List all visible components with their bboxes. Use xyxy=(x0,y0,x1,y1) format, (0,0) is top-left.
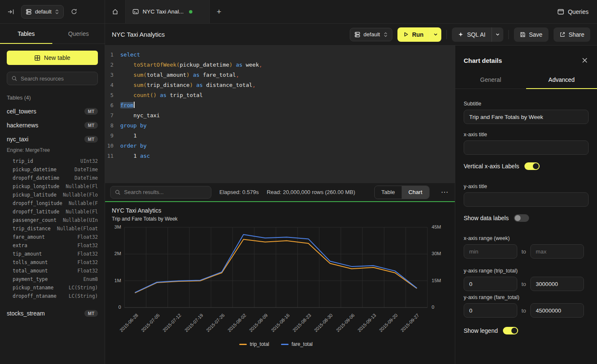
table-row-nyc-taxi[interactable]: nyc_taxi MT xyxy=(0,132,105,146)
new-table-button[interactable]: New table xyxy=(7,51,98,65)
line-number: 9 xyxy=(105,131,120,141)
column-type: Nullable(Float xyxy=(57,226,98,232)
column-row: pickup_ntanameLC(String) xyxy=(0,283,105,292)
collapse-sidebar-button[interactable] xyxy=(5,6,17,18)
column-type: Nullable(F xyxy=(69,200,98,206)
sidebar-tab-queries[interactable]: Queries xyxy=(52,24,105,43)
legend-item[interactable]: trip_total xyxy=(239,341,269,347)
resource-search-input[interactable] xyxy=(21,75,93,82)
share-button[interactable]: Share xyxy=(554,27,590,42)
panel-title: Chart details xyxy=(464,57,502,64)
x-range-min-input[interactable] xyxy=(464,244,517,259)
sql-line: 10order by xyxy=(105,141,455,151)
line-number: 11 xyxy=(105,151,120,161)
column-name: pickup_ntaname xyxy=(13,285,54,291)
engine-label: Engine: MergeTree xyxy=(0,146,105,157)
save-button[interactable]: Save xyxy=(514,27,548,42)
collapse-sidebar-icon xyxy=(8,8,14,15)
tab-title: NYC Taxi Anal... xyxy=(143,8,184,15)
sql-ai-label: SQL AI xyxy=(467,31,486,38)
sql-line: 7 nyc_taxi xyxy=(105,111,455,121)
column-type: Nullable(Fl xyxy=(66,209,98,215)
chart-view-button[interactable]: Chart xyxy=(402,186,429,199)
close-icon xyxy=(582,57,588,63)
close-panel-button[interactable] xyxy=(581,57,589,64)
panel-tab-general[interactable]: General xyxy=(455,71,526,89)
panel-tab-advanced[interactable]: Advanced xyxy=(526,71,597,89)
share-button-label: Share xyxy=(569,31,584,38)
results-search xyxy=(110,186,211,199)
database-icon xyxy=(26,9,32,15)
sql-ai-options-button[interactable] xyxy=(492,27,503,42)
column-row: trip_distanceNullable(Float xyxy=(0,224,105,233)
results-toolbar: Elapsed: 0.579s Read: 20,000,000 rows (2… xyxy=(105,183,455,201)
run-button[interactable]: Run xyxy=(397,27,430,42)
refresh-button[interactable] xyxy=(68,6,80,18)
y-range-trip-min-input[interactable] xyxy=(464,277,517,291)
query-database-selector[interactable]: default xyxy=(350,28,392,41)
more-options-button[interactable]: ⋯ xyxy=(439,188,450,197)
run-options-button[interactable] xyxy=(430,27,441,42)
y-range-fare-min-input[interactable] xyxy=(464,303,517,318)
new-tab-button[interactable]: + xyxy=(210,0,228,23)
y-axis-title-input[interactable] xyxy=(464,192,589,207)
database-selector[interactable]: default xyxy=(21,5,64,19)
vertical-x-labels-toggle[interactable] xyxy=(524,162,540,170)
show-legend-toggle[interactable] xyxy=(503,327,518,334)
save-icon xyxy=(520,32,526,38)
table-row-cell-towers[interactable]: cell_towers MT xyxy=(0,104,105,118)
subtitle-label: Subtitle xyxy=(464,101,589,107)
sql-ai-button[interactable]: SQL AI xyxy=(452,27,492,42)
line-number: 5 xyxy=(105,90,120,100)
column-type: Nullable(UIn xyxy=(63,217,98,223)
y-range-fare-max-input[interactable] xyxy=(530,303,584,318)
topbar-right: Queries xyxy=(549,0,597,23)
chevron-updown-icon xyxy=(384,32,388,38)
column-row: pickup_longitudeNullable(Fl xyxy=(0,182,105,191)
column-row: tolls_amountFloat32 xyxy=(0,258,105,267)
run-button-group: Run xyxy=(397,27,441,42)
results-search-input[interactable] xyxy=(124,189,207,195)
sql-ai-button-group: SQL AI xyxy=(452,27,503,42)
subtitle-input[interactable] xyxy=(464,110,589,124)
axis-tick: 0 xyxy=(105,305,121,310)
column-name: payment_type xyxy=(13,276,48,282)
x-range-max-input[interactable] xyxy=(530,244,584,259)
chart-details-panel: Chart details General Advanced Subtitle xyxy=(455,46,597,364)
column-name: passenger_count xyxy=(13,217,57,223)
column-name: dropoff_datetime xyxy=(13,175,59,181)
topbar-left: default xyxy=(0,0,105,23)
database-icon xyxy=(354,32,360,38)
column-row: pickup_latitudeNullable(Flo xyxy=(0,191,105,199)
text-caret xyxy=(134,102,135,108)
column-type: LC(String) xyxy=(69,293,98,299)
table-view-button[interactable]: Table xyxy=(375,186,402,199)
home-button[interactable] xyxy=(105,0,125,23)
x-axis-title-input[interactable] xyxy=(464,140,589,155)
show-data-labels-toggle[interactable] xyxy=(514,214,529,222)
axis-tick: 0 xyxy=(432,305,450,310)
table-name: stocks_stream xyxy=(7,310,45,317)
to-label: to xyxy=(521,248,526,255)
sql-editor[interactable]: 1select2 toStartOfWeek(pickup_datetime) … xyxy=(105,46,455,183)
tab-nyc-taxi-analytics[interactable]: NYC Taxi Anal... xyxy=(125,0,210,23)
column-type: Float32 xyxy=(78,251,98,257)
y-range-trip-max-input[interactable] xyxy=(530,277,584,291)
column-row: trip_idUInt32 xyxy=(0,157,105,165)
sidebar: Tables Queries New table Tables (4) cell… xyxy=(0,24,105,364)
column-row: fare_amountFloat32 xyxy=(0,233,105,241)
line-chart xyxy=(124,227,427,307)
legend-item[interactable]: fare_total xyxy=(281,341,313,347)
show-legend-label: Show legend xyxy=(464,327,498,334)
table-row-stocks-stream[interactable]: stocks_stream MT xyxy=(0,306,105,320)
table-row-hackernews[interactable]: hackernews MT xyxy=(0,118,105,132)
line-number: 1 xyxy=(105,50,120,60)
chart-canvas: 01M2M3M015M30M45M2015-06-282015-07-05201… xyxy=(105,202,455,364)
queries-button[interactable]: Queries xyxy=(557,8,589,15)
legend-swatch xyxy=(239,344,247,345)
column-name: tip_amount xyxy=(13,251,42,257)
column-name: extra xyxy=(13,243,27,248)
column-name: trip_id xyxy=(13,158,33,164)
sidebar-tab-tables[interactable]: Tables xyxy=(0,24,52,43)
x-axis-range-label: x-axis range (week) xyxy=(464,235,589,241)
